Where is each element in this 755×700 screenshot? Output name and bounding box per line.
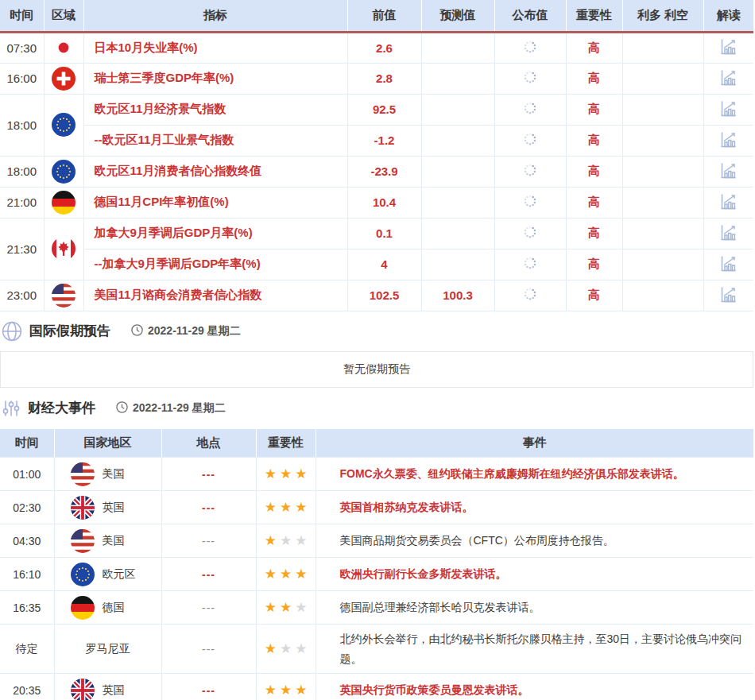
event-text: 北约外长会举行，由北约秘书长斯托尔滕贝格主持，至30日，主要讨论俄乌冲突问题。 xyxy=(316,625,753,674)
published-value xyxy=(494,32,566,63)
col-published: 公布值 xyxy=(494,0,566,32)
col-time: 时间 xyxy=(0,429,54,458)
interpretation-cell[interactable] xyxy=(703,218,753,249)
indicator-time: 07:30 xyxy=(0,32,44,63)
indicator-name: 加拿大9月季调后GDP月率(%) xyxy=(83,218,347,249)
chart-icon[interactable] xyxy=(718,68,738,87)
col-importance: 重要性 xyxy=(256,429,316,458)
col-country: 国家地区 xyxy=(54,429,161,458)
event-location: --- xyxy=(161,524,256,558)
forecast-value xyxy=(421,32,494,63)
clock-icon xyxy=(131,324,143,338)
event-row: 16:35德国---★★★德国副总理兼经济部长哈贝克发表讲话。 xyxy=(0,591,753,625)
interpretation-cell[interactable] xyxy=(703,32,753,63)
interpretation-cell[interactable] xyxy=(703,280,753,311)
indicator-name: 美国11月谘商会消费者信心指数 xyxy=(83,280,347,311)
importance-value: 高 xyxy=(566,156,622,187)
event-text: 英国首相苏纳克发表讲话。 xyxy=(316,491,753,524)
indicator-row: 23:00美国11月谘商会消费者信心指数102.5100.3高 xyxy=(0,280,753,311)
flag-us-icon xyxy=(71,462,95,486)
globe-icon xyxy=(2,321,22,342)
events-header-row: 时间 国家地区 地点 重要性 事件 xyxy=(0,429,753,458)
published-value xyxy=(494,218,566,249)
country-name: 英国 xyxy=(103,501,125,515)
published-value xyxy=(494,280,566,311)
star-icon: ★ xyxy=(263,466,278,481)
star-icon: ★ xyxy=(293,500,308,515)
star-icon: ★ xyxy=(263,567,278,582)
chart-icon[interactable] xyxy=(718,37,738,56)
indicator-name: --加拿大9月季调后GDP年率(%) xyxy=(83,249,347,280)
flag-uk-icon xyxy=(71,679,95,700)
importance-value: 高 xyxy=(566,218,622,249)
star-icon: ★ xyxy=(293,641,308,656)
event-importance: ★★★ xyxy=(256,674,316,700)
star-icon: ★ xyxy=(293,466,308,481)
chart-icon[interactable] xyxy=(718,253,738,273)
bull-bear-cell xyxy=(622,249,703,280)
events-section-date: 2022-11-29 星期二 xyxy=(116,401,226,416)
star-icon: ★ xyxy=(278,641,293,656)
holiday-section: 国际假期预告 2022-11-29 星期二 暂无假期预告 xyxy=(0,311,755,388)
holiday-section-date: 2022-11-29 星期二 xyxy=(131,324,241,338)
indicator-region xyxy=(44,280,83,311)
chart-icon[interactable] xyxy=(718,222,738,242)
indicator-time: 21:00 xyxy=(0,187,44,218)
sliders-icon xyxy=(2,399,21,418)
forecast-value xyxy=(421,187,494,218)
event-row: 04:30美国---★★★美国商品期货交易委员会（CFTC）公布周度持仓报告。 xyxy=(0,524,753,558)
event-row: 20:35英国---★★★英国央行货币政策委员曼恩发表讲话。 xyxy=(0,674,753,700)
event-row: 02:30英国---★★★英国首相苏纳克发表讲话。 xyxy=(0,491,753,524)
star-icon: ★ xyxy=(293,683,308,698)
event-time: 16:10 xyxy=(0,558,54,591)
event-importance: ★★★ xyxy=(256,458,316,491)
interpretation-cell[interactable] xyxy=(703,187,753,218)
interpretation-cell[interactable] xyxy=(703,156,753,187)
forecast-value xyxy=(421,218,494,249)
event-row: 01:00美国---★★★FOMC永久票委、纽约联储主席威廉姆斯在纽约经济俱乐部… xyxy=(0,458,753,491)
forecast-value xyxy=(421,249,494,280)
chart-icon[interactable] xyxy=(718,130,738,149)
indicator-time: 18:00 xyxy=(0,94,44,156)
bull-bear-cell xyxy=(622,156,703,187)
interpretation-cell[interactable] xyxy=(703,63,753,94)
published-value xyxy=(494,249,566,280)
event-importance: ★★★ xyxy=(256,591,316,625)
star-icon: ★ xyxy=(278,683,293,698)
star-icon: ★ xyxy=(278,500,293,515)
indicator-row: 21:30加拿大9月季调后GDP月率(%)0.1高 xyxy=(0,218,753,249)
indicator-region xyxy=(44,187,83,218)
flag-eu-icon xyxy=(52,160,76,184)
event-importance: ★★★ xyxy=(256,524,316,558)
bull-bear-cell xyxy=(622,218,703,249)
spinner-icon xyxy=(523,197,537,211)
indicator-time: 23:00 xyxy=(0,280,44,311)
indicator-table: 时间 区域 指标 前值 预测值 公布值 重要性 利多 利空 解读 07:30日本… xyxy=(0,0,753,311)
interpretation-cell[interactable] xyxy=(703,125,753,156)
chart-icon[interactable] xyxy=(718,160,738,180)
events-table: 时间 国家地区 地点 重要性 事件 01:00美国---★★★FOMC永久票委、… xyxy=(0,429,753,700)
indicator-name: 瑞士第三季度GDP年率(%) xyxy=(83,63,347,94)
bull-bear-cell xyxy=(622,32,703,63)
event-location: --- xyxy=(161,625,256,674)
country-name: 美国 xyxy=(103,467,125,481)
previous-value: 2.8 xyxy=(347,63,421,94)
interpretation-cell[interactable] xyxy=(703,94,753,125)
event-country: 德国 xyxy=(54,591,161,625)
col-forecast: 预测值 xyxy=(421,0,494,32)
interpretation-cell[interactable] xyxy=(703,249,753,280)
indicator-time: 21:30 xyxy=(0,218,44,280)
chart-icon[interactable] xyxy=(718,99,738,118)
event-time: 01:00 xyxy=(0,458,54,491)
chart-icon[interactable] xyxy=(718,284,738,304)
importance-value: 高 xyxy=(566,125,622,156)
importance-value: 高 xyxy=(566,63,622,94)
forecast-value: 100.3 xyxy=(421,280,494,311)
country-name: 欧元区 xyxy=(103,567,136,582)
indicator-time: 18:00 xyxy=(0,156,44,187)
star-icon: ★ xyxy=(293,600,308,615)
previous-value: 0.1 xyxy=(347,218,421,249)
event-country: 罗马尼亚 xyxy=(54,625,161,674)
chart-icon[interactable] xyxy=(718,191,738,211)
star-icon: ★ xyxy=(293,567,308,582)
